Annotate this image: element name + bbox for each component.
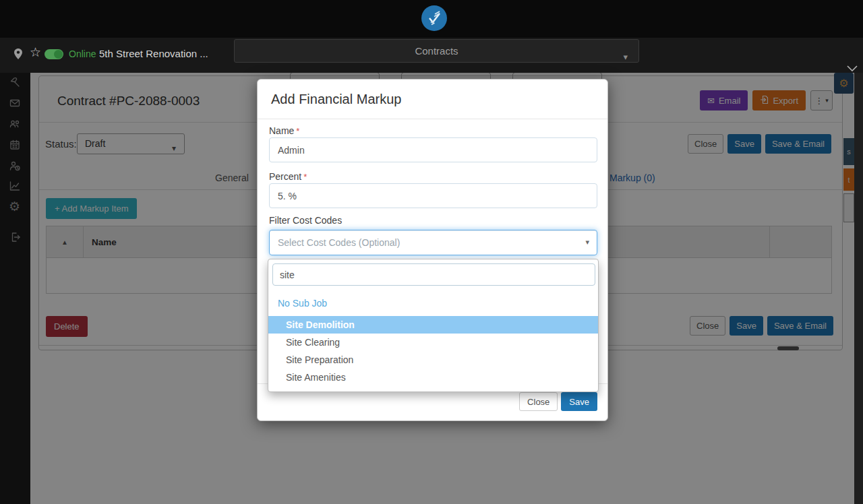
modal-header: Add Financial Markup <box>258 80 607 119</box>
filter-cost-codes-label: Filter Cost Codes <box>269 215 342 226</box>
percent-label-text: Percent <box>269 171 301 182</box>
project-name[interactable]: 5th Street Renovation ... <box>99 48 208 59</box>
name-field-label: Name* <box>269 125 299 136</box>
module-selector[interactable]: Contracts ▾ <box>234 39 639 63</box>
cost-codes-placeholder: Select Cost Codes (Optional) <box>278 230 400 255</box>
required-asterisk: * <box>303 172 307 182</box>
cost-codes-dropdown: No Sub Job Site Demolition Site Clearing… <box>268 259 599 392</box>
dropdown-option-site-amenities[interactable]: Site Amenities <box>268 369 598 386</box>
chevron-down-icon: ▾ <box>623 46 628 68</box>
project-nav-bar: ☆ Online 5th Street Renovation ... Contr… <box>0 38 863 73</box>
toggle-knob <box>54 50 63 59</box>
online-toggle[interactable] <box>44 49 63 59</box>
module-selector-value: Contracts <box>415 45 458 57</box>
dropdown-option-site-demolition[interactable]: Site Demolition <box>268 316 598 334</box>
cost-codes-search-input[interactable] <box>272 263 595 286</box>
modal-save-button[interactable]: Save <box>561 392 597 411</box>
location-pin-icon[interactable] <box>13 48 23 63</box>
name-field[interactable] <box>269 137 597 162</box>
dropdown-group-label[interactable]: No Sub Job <box>278 298 327 309</box>
percent-field[interactable] <box>269 183 597 208</box>
app-screen: ☆ Online 5th Street Renovation ... Contr… <box>0 0 863 504</box>
modal-title: Add Financial Markup <box>271 80 401 119</box>
online-status-label: Online <box>69 49 96 59</box>
add-financial-markup-modal: Add Financial Markup Name* Percent* Filt… <box>257 79 608 421</box>
dropdown-option-site-preparation[interactable]: Site Preparation <box>268 351 598 369</box>
chevron-down-icon: ▾ <box>585 238 589 247</box>
dropdown-options: Site Demolition Site Clearing Site Prepa… <box>268 316 598 386</box>
top-bar <box>0 0 863 38</box>
dropdown-option-site-clearing[interactable]: Site Clearing <box>268 334 598 351</box>
name-label-text: Name <box>269 125 294 136</box>
cost-codes-select[interactable]: Select Cost Codes (Optional) ▾ <box>269 230 597 255</box>
required-asterisk: * <box>296 126 299 136</box>
app-logo-icon[interactable] <box>421 5 447 31</box>
favorite-star-icon[interactable]: ☆ <box>30 45 41 60</box>
percent-field-label: Percent* <box>269 171 307 182</box>
modal-close-button[interactable]: Close <box>519 392 558 411</box>
